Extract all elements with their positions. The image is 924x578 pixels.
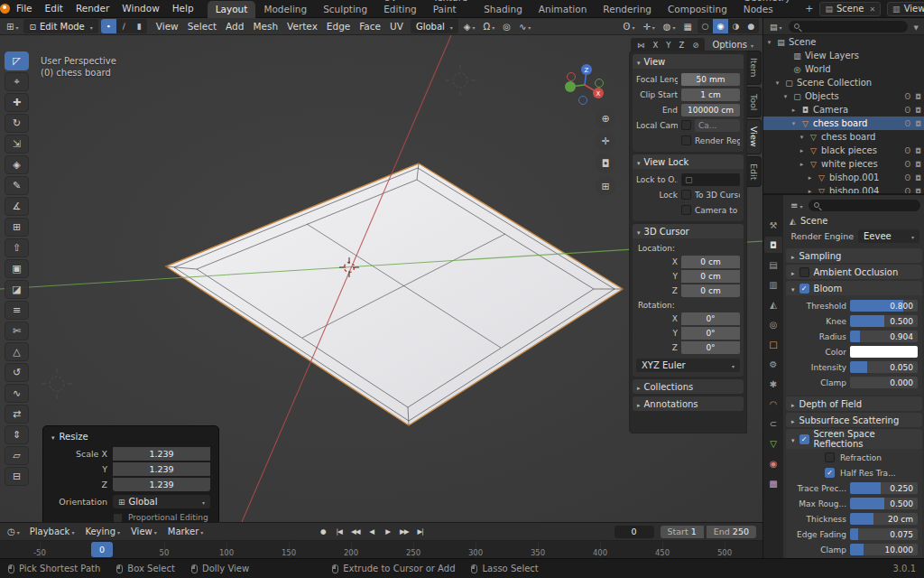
object-data[interactable]: ▽ [764, 435, 782, 452]
overlays-dropdown[interactable] [661, 19, 679, 33]
outliner-row[interactable]: ▥ View Layers [763, 49, 924, 62]
timeline-menu-item[interactable]: View [125, 523, 162, 541]
viewlayer-selector[interactable]: ViewLayer [887, 2, 924, 16]
sidebar-tab[interactable]: Tool [747, 87, 762, 117]
pan-button[interactable]: ✛ [596, 131, 615, 151]
particles[interactable]: ✱ [764, 376, 782, 392]
workspace-tab[interactable]: Texture Paint [425, 0, 476, 18]
number-field[interactable]: 100000 cm [681, 104, 740, 117]
disable-in-render-toggle[interactable]: ◘ [915, 92, 921, 101]
proportional-falloff-dropdown[interactable] [516, 19, 533, 33]
snapping-toggle[interactable] [481, 19, 498, 33]
hide-in-viewport-toggle[interactable]: ʘ [905, 187, 911, 196]
object[interactable]: □ [764, 336, 782, 352]
outliner-row[interactable]: ▾ ▽ chess board [763, 130, 924, 144]
disable-in-render-toggle[interactable]: ◘ [915, 187, 921, 196]
viewport-menu-item[interactable]: UV [385, 18, 408, 35]
scale-field[interactable]: 1.239 [113, 478, 210, 491]
menu-item[interactable]: Help [166, 0, 200, 17]
material[interactable]: ◉ [764, 455, 782, 471]
cursor-tool[interactable]: ⌖ [5, 72, 29, 91]
viewport-menu-item[interactable]: Edge [322, 18, 355, 35]
jump-to-start-button[interactable]: |◀ [331, 526, 346, 538]
perspective-toggle-button[interactable]: ⊞ [596, 176, 615, 196]
proportional-editing-checkbox[interactable] [113, 513, 123, 523]
number-slider[interactable]: 20 cm [850, 513, 918, 525]
options-dropdown[interactable]: Options [712, 40, 753, 50]
hide-in-viewport-toggle[interactable]: ʘ [905, 119, 911, 128]
edge-select-toggle[interactable]: ∕ [116, 19, 132, 33]
lock-3d-cursor-checkbox[interactable] [681, 190, 691, 200]
viewport-canvas[interactable]: User Perspective (0) chess board ◸⌖✚↻⇲◈✎… [0, 35, 762, 522]
timeline-editor-type-dropdown[interactable] [5, 525, 23, 539]
number-slider[interactable]: 0.904 [850, 331, 918, 342]
cursor-rotation-field[interactable]: 0° [681, 312, 740, 325]
resize-panel-header[interactable]: Resize [51, 432, 210, 442]
outliner-row[interactable]: ▸ ▽ bishop.004 ʘ◘ [763, 184, 924, 195]
unlink-scene-icon[interactable] [867, 4, 875, 14]
sidebar-tab[interactable]: View [747, 119, 762, 154]
tweak-select-tool[interactable]: ◸ [5, 51, 29, 70]
solid-shading[interactable]: ◉ [713, 19, 728, 33]
material-preview-shading[interactable]: ◑ [728, 19, 744, 33]
sidebar-tab[interactable]: Edit [747, 156, 762, 187]
outliner-filter-button[interactable] [911, 19, 921, 33]
frame-end-field[interactable]: End250 [707, 526, 756, 538]
viewport-menu-item[interactable]: View [152, 18, 183, 35]
hide-in-viewport-toggle[interactable]: ʘ [905, 146, 911, 155]
annotate-tool[interactable]: ✎ [5, 176, 29, 195]
measure-tool[interactable]: ∡ [5, 197, 29, 216]
mirror-axis-toggle[interactable]: Z [675, 41, 688, 50]
hide-in-viewport-toggle[interactable]: ʘ [905, 106, 911, 115]
scene-selector[interactable]: Scene [819, 2, 881, 16]
cursor-rotation-field[interactable]: 0° [681, 341, 740, 354]
inset-faces-tool[interactable]: ▣ [5, 259, 29, 278]
add-workspace-button[interactable]: + [799, 3, 819, 14]
editor-type-dropdown[interactable] [4, 19, 21, 33]
rip-region-tool[interactable]: ⊟ [5, 467, 29, 486]
collections-panel-header[interactable]: Collections [633, 379, 744, 394]
scene[interactable]: ◭ [764, 296, 782, 312]
cursor-location-field[interactable]: 0 cm [681, 256, 740, 268]
proportional-editing-toggle[interactable] [500, 19, 513, 33]
view-layer[interactable]: ▥ [764, 276, 782, 293]
workspace-tab[interactable]: Animation [531, 1, 596, 18]
physics[interactable]: ◠ [764, 396, 782, 412]
lock-to-object-field[interactable]: ▢ [681, 173, 740, 186]
number-field[interactable]: 50 mm [681, 73, 740, 86]
poly-build-tool[interactable]: △ [5, 342, 29, 361]
hide-in-viewport-toggle[interactable]: ʘ [905, 173, 911, 182]
workspace-tab[interactable]: Layout [208, 1, 256, 18]
extrude-region-tool[interactable]: ⇧ [5, 238, 29, 257]
disclosure-icon[interactable]: ▸ [806, 188, 814, 195]
workspace-tab[interactable]: Geometry Nodes [735, 0, 799, 18]
smooth-tool[interactable]: ∿ [5, 384, 29, 403]
3d-cursor-panel-header[interactable]: 3D Cursor [633, 224, 744, 238]
object-visibility-dropdown[interactable] [621, 19, 638, 33]
play-button[interactable]: ▶ [380, 526, 395, 538]
scale-tool[interactable]: ⇲ [5, 135, 29, 154]
ssr-checkbox[interactable] [799, 434, 809, 444]
number-field[interactable]: 1 cm [681, 89, 740, 101]
outliner-row[interactable]: ▾ ▤ Scene [763, 35, 924, 49]
timeline-playhead[interactable]: 0 [91, 542, 113, 557]
rotation-mode-dropdown[interactable]: XYZ Euler [636, 359, 740, 372]
viewport-menu-item[interactable]: Mesh [248, 18, 282, 35]
view-lock-panel-header[interactable]: View Lock [633, 154, 744, 169]
number-slider[interactable]: 0.500 [850, 498, 918, 509]
properties-editor-type-dropdown[interactable] [788, 198, 805, 212]
workspace-tab[interactable]: UV Editing [375, 0, 425, 18]
current-frame-field[interactable]: 0 [614, 526, 654, 538]
move-tool[interactable]: ✚ [5, 93, 29, 112]
menu-item[interactable]: Window [116, 0, 165, 17]
camera-to-view-checkbox[interactable] [681, 205, 691, 215]
local-camera-checkbox[interactable] [681, 120, 691, 130]
number-slider[interactable] [850, 346, 918, 358]
add-cube-tool[interactable]: ⊞ [5, 218, 29, 237]
view-panel-header[interactable]: View [633, 54, 744, 69]
mode-dropdown[interactable]: Edit Mode [23, 19, 97, 33]
menu-item[interactable]: Render [69, 0, 116, 17]
bloom-checkbox[interactable] [799, 284, 809, 294]
disclosure-icon[interactable]: ▾ [790, 120, 798, 127]
shear-tool[interactable]: ▱ [5, 446, 29, 465]
